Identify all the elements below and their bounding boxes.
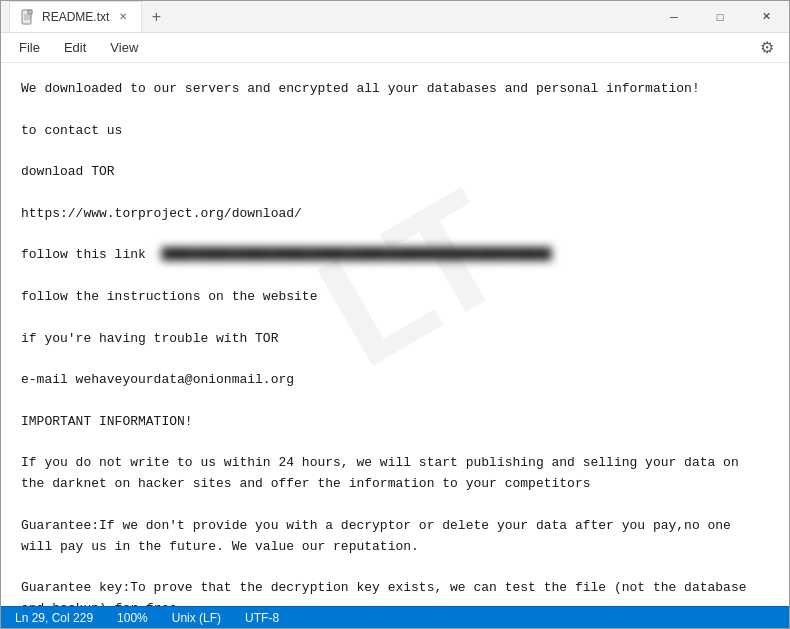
blurred-link: ████████████████████████████████████████… [161,247,551,262]
line-11: follow the instructions on the website [21,287,769,308]
line-19: If you do not write to us within 24 hour… [21,453,769,495]
menu-edit[interactable]: Edit [54,36,96,59]
line-ending: Unix (LF) [160,611,233,625]
line-16 [21,391,769,412]
maximize-button[interactable]: □ [697,1,743,33]
line-20 [21,495,769,516]
line-10 [21,266,769,287]
tab-readme[interactable]: README.txt ✕ [9,1,142,32]
menu-bar: File Edit View ⚙ [1,33,789,63]
minimize-button[interactable]: ─ [651,1,697,33]
zoom-level: 100% [105,611,160,625]
line-13: if you're having trouble with TOR [21,329,769,350]
line-1: We downloaded to our servers and encrypt… [21,79,769,100]
line-18 [21,433,769,454]
cursor-position: Ln 29, Col 229 [11,611,105,625]
close-button[interactable]: ✕ [743,1,789,33]
menu-view[interactable]: View [100,36,148,59]
document-text: We downloaded to our servers and encrypt… [21,79,769,606]
line-17: IMPORTANT INFORMATION! [21,412,769,433]
line-5: download TOR [21,162,769,183]
line-8 [21,225,769,246]
tab-close-button[interactable]: ✕ [115,9,131,25]
tab-label: README.txt [42,10,109,24]
line-9: follow this link ███████████████████████… [21,245,769,266]
line-14 [21,349,769,370]
file-icon [20,9,36,25]
line-23: Guarantee key:To prove that the decrypti… [21,578,769,606]
line-12 [21,308,769,329]
line-4 [21,141,769,162]
new-tab-button[interactable]: + [142,3,170,31]
settings-icon[interactable]: ⚙ [753,34,781,62]
line-22 [21,557,769,578]
text-editor-content[interactable]: LT We downloaded to our servers and encr… [1,63,789,606]
menu-file[interactable]: File [9,36,50,59]
line-21: Guarantee:If we don't provide you with a… [21,516,769,558]
svg-rect-1 [28,10,32,14]
status-bar: Ln 29, Col 229 100% Unix (LF) UTF-8 [1,606,789,628]
window-controls: ─ □ ✕ [651,1,789,33]
line-2 [21,100,769,121]
encoding: UTF-8 [233,611,291,625]
tab-bar: README.txt ✕ + [9,1,651,32]
line-6 [21,183,769,204]
line-3: to contact us [21,121,769,142]
line-15: e-mail wehaveyourdata@onionmail.org [21,370,769,391]
line-7: https://www.torproject.org/download/ [21,204,769,225]
title-bar: README.txt ✕ + ─ □ ✕ [1,1,789,33]
main-window: README.txt ✕ + ─ □ ✕ File Edit View ⚙ LT… [0,0,790,629]
